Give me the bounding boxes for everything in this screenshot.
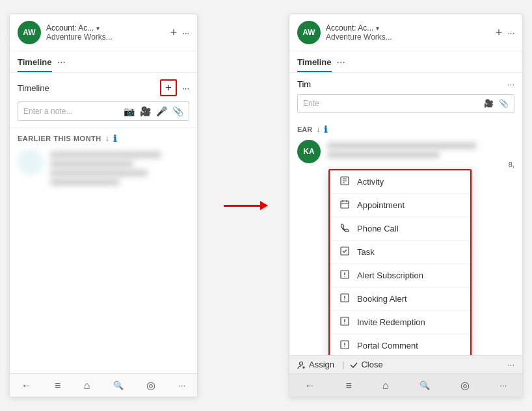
- right-add-button[interactable]: +: [496, 26, 503, 40]
- section-dots[interactable]: ···: [182, 83, 189, 93]
- right-nav: ← ≡ ⌂ 🔍 ◎ ···: [289, 373, 522, 397]
- timeline-section-title: Timeline: [18, 83, 49, 93]
- portal-comment-icon: [339, 339, 351, 352]
- right-header-title: Account: Ac... ▾: [326, 23, 490, 33]
- arrow: [224, 205, 263, 207]
- right-timeline-tab-row: Timeline ···: [289, 51, 522, 73]
- appointment-icon: [339, 199, 351, 211]
- svg-point-20: [344, 346, 345, 347]
- header-subtitle: Adventure Works...: [46, 33, 165, 42]
- task-label: Task: [357, 247, 375, 257]
- mic-icon[interactable]: 🎤: [156, 106, 167, 116]
- right-timeline-item: KA 8,: [297, 140, 514, 168]
- timeline-item-text: [50, 170, 148, 176]
- right-item-text: [327, 152, 440, 158]
- add-button[interactable]: +: [170, 26, 178, 40]
- sort-icon[interactable]: ↓: [105, 134, 110, 143]
- bottom-nav: ← ≡ ⌂ 🔍 ◎ ···: [10, 373, 197, 397]
- timeline-item-text: [50, 152, 161, 158]
- right-timeline-content: 8,: [327, 140, 514, 168]
- target-button[interactable]: ◎: [146, 379, 155, 391]
- timeline-tab[interactable]: Timeline: [18, 57, 52, 72]
- right-earlier-label: EAR ↓ ℹ: [297, 124, 514, 135]
- timeline-tab-dots[interactable]: ···: [57, 57, 66, 72]
- assign-icon: [297, 360, 306, 369]
- invite-redemption-label: Invite Redemption: [357, 317, 425, 327]
- dropdown-item-booking-alert[interactable]: Booking Alert: [330, 287, 470, 311]
- menu-button[interactable]: ≡: [55, 380, 60, 391]
- right-panel-inner: Tim ··· Ente 🎥 📎: [289, 73, 522, 119]
- right-home-button[interactable]: ⌂: [382, 380, 389, 391]
- note-input-icons: 📷 🎥 🎤 📎: [124, 106, 183, 116]
- right-note-icons: 🎥 📎: [484, 99, 509, 108]
- bottom-bar-dots[interactable]: ···: [507, 360, 514, 369]
- video-icon[interactable]: 🎥: [140, 106, 151, 116]
- right-header-subtitle: Adventure Works...: [326, 33, 490, 42]
- right-timeline-tab-dots[interactable]: ···: [337, 57, 345, 72]
- timeline-item: [18, 149, 189, 188]
- dropdown-item-activity[interactable]: Activity: [330, 170, 470, 194]
- close-label: Close: [361, 360, 382, 369]
- invite-redemption-icon: [339, 316, 351, 328]
- back-button[interactable]: ←: [21, 380, 32, 391]
- assign-label: Assign: [309, 360, 334, 369]
- right-header-text: Account: Ac... ▾ Adventure Works...: [326, 23, 490, 42]
- assign-button[interactable]: Assign: [297, 360, 334, 369]
- right-info-icon[interactable]: ℹ: [324, 124, 327, 135]
- right-video-icon[interactable]: 🎥: [484, 99, 494, 108]
- info-icon[interactable]: ℹ: [113, 133, 117, 144]
- activity-label: Activity: [357, 177, 384, 187]
- chevron-down-icon[interactable]: ▾: [96, 25, 100, 32]
- timeline-item-text: [50, 179, 120, 185]
- timeline-section-header: Timeline + ···: [18, 79, 189, 96]
- right-menu-button[interactable]: ≡: [346, 380, 352, 391]
- more-options-button[interactable]: ···: [182, 28, 189, 38]
- earlier-section: EARLIER THIS MONTH ↓ ℹ: [10, 128, 197, 200]
- left-header: AW Account: Ac... ▾ Adventure Works... +…: [10, 14, 197, 51]
- dropdown-item-phonecall[interactable]: Phone Call: [330, 217, 470, 241]
- svg-point-11: [344, 276, 345, 277]
- right-back-button[interactable]: ←: [305, 380, 315, 391]
- right-note-placeholder: Ente: [303, 99, 319, 108]
- alert-subscription-icon: [339, 269, 351, 282]
- home-button[interactable]: ⌂: [84, 380, 90, 391]
- note-placeholder: Enter a note...: [23, 107, 72, 116]
- right-section-dots[interactable]: ···: [507, 79, 514, 89]
- svg-point-25: [300, 362, 303, 365]
- earlier-label: EARLIER THIS MONTH ↓ ℹ: [18, 133, 189, 144]
- right-search-button[interactable]: 🔍: [419, 380, 430, 390]
- right-header: AW Account: Ac... ▾ Adventure Works... +…: [289, 14, 522, 51]
- right-timeline-avatar: KA: [297, 140, 321, 163]
- right-avatar: AW: [297, 21, 321, 44]
- timeline-tab-row: Timeline ···: [10, 51, 197, 73]
- close-button[interactable]: Close: [349, 360, 382, 369]
- search-button[interactable]: 🔍: [113, 380, 124, 390]
- alert-subscription-label: Alert Subscription: [357, 271, 423, 280]
- more-nav-button[interactable]: ···: [178, 380, 185, 390]
- camera-icon[interactable]: 📷: [124, 106, 135, 116]
- left-panel: AW Account: Ac... ▾ Adventure Works... +…: [9, 14, 198, 397]
- dropdown-item-invite-redemption[interactable]: Invite Redemption: [330, 311, 470, 334]
- right-chevron-down-icon[interactable]: ▾: [376, 25, 379, 32]
- note-input-area[interactable]: Enter a note... 📷 🎥 🎤 📎: [18, 101, 189, 121]
- right-earlier-section: EAR ↓ ℹ KA 8,: [289, 119, 522, 174]
- svg-rect-8: [341, 247, 349, 255]
- right-more-nav-button[interactable]: ···: [500, 380, 507, 390]
- dropdown-item-portal-comment[interactable]: Portal Comment: [330, 334, 470, 355]
- arrow-line: [224, 205, 263, 207]
- right-attach-icon[interactable]: 📎: [499, 99, 509, 108]
- header-actions: + ···: [170, 26, 189, 40]
- right-note-area[interactable]: Ente 🎥 📎: [297, 94, 514, 113]
- right-timeline-tab[interactable]: Timeline: [297, 57, 332, 72]
- header-text: Account: Ac... ▾ Adventure Works...: [46, 23, 165, 42]
- section-actions: + ···: [160, 79, 189, 96]
- attach-icon[interactable]: 📎: [172, 106, 183, 116]
- dropdown-item-appointment[interactable]: Appointment: [330, 194, 470, 217]
- dropdown-item-alert-subscription[interactable]: Alert Subscription: [330, 264, 470, 287]
- right-more-options-button[interactable]: ···: [507, 28, 514, 38]
- right-target-button[interactable]: ◎: [460, 379, 470, 391]
- add-highlighted-button[interactable]: +: [160, 79, 177, 96]
- right-sort-icon[interactable]: ↓: [316, 125, 320, 134]
- svg-point-14: [344, 299, 345, 300]
- dropdown-item-task[interactable]: Task: [330, 241, 470, 264]
